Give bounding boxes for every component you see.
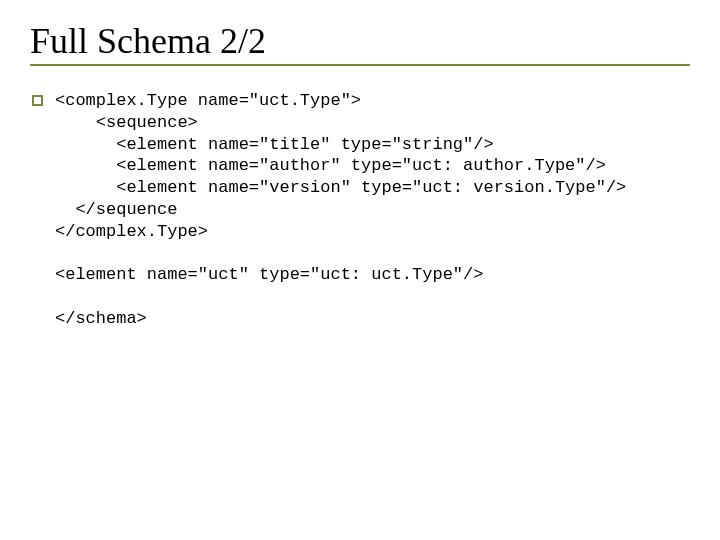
code-line: <element name="version" type="uct: versi… [55,178,626,197]
content-block: <complex.Type name="uct.Type"> <sequence… [30,90,690,329]
code-line: <sequence> [55,113,198,132]
code-line: </schema> [55,309,147,328]
code-line: <element name="author" type="uct: author… [55,156,606,175]
square-bullet-icon [32,95,43,106]
code-line: </sequence [55,200,177,219]
code-line: </complex.Type> [55,222,208,241]
page-title: Full Schema 2/2 [30,20,690,66]
code-block: <complex.Type name="uct.Type"> <sequence… [55,90,626,329]
code-line: <element name="uct" type="uct: uct.Type"… [55,265,483,284]
code-line: <complex.Type name="uct.Type"> [55,91,361,110]
code-line: <element name="title" type="string"/> [55,135,494,154]
